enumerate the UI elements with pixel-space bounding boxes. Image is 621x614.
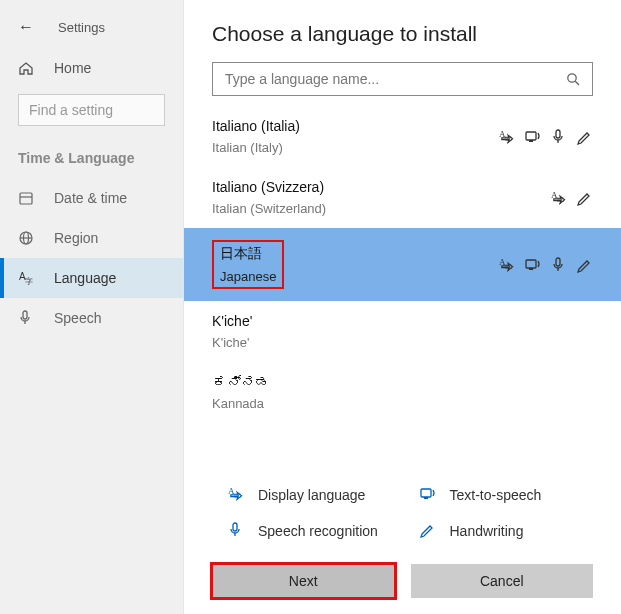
legend-label: Speech recognition xyxy=(258,523,378,539)
legend-label: Display language xyxy=(258,487,365,503)
mic-icon xyxy=(228,522,246,540)
display-icon xyxy=(551,190,567,206)
calendar-icon xyxy=(18,190,36,206)
sidebar-item-label: Language xyxy=(54,270,116,286)
language-native: ಕನ್ನಡ xyxy=(212,374,269,390)
legend-speech: Speech recognition xyxy=(228,522,400,540)
handwriting-icon xyxy=(577,190,593,206)
language-search-input[interactable] xyxy=(225,71,566,87)
language-native: Italiano (Svizzera) xyxy=(212,179,326,195)
mic-icon xyxy=(551,257,567,273)
handwriting-icon xyxy=(577,129,593,145)
language-english: Italian (Switzerland) xyxy=(212,201,326,216)
mic-icon xyxy=(551,129,567,145)
display-icon xyxy=(499,257,515,273)
page-title: Choose a language to install xyxy=(212,22,593,46)
display-icon xyxy=(499,129,515,145)
sidebar: ← Settings Home Find a setting Time & La… xyxy=(0,0,184,614)
sidebar-item-region[interactable]: Region xyxy=(0,218,183,258)
globe-icon xyxy=(18,230,36,246)
sidebar-item-language[interactable]: Language xyxy=(0,258,183,298)
language-native: K'iche' xyxy=(212,313,252,329)
language-native: 日本語 xyxy=(220,245,276,263)
feature-icons xyxy=(499,257,593,273)
main-panel: Choose a language to install Italiano (I… xyxy=(184,0,621,614)
language-native: Italiano (Italia) xyxy=(212,118,300,134)
handwriting-icon xyxy=(420,522,438,540)
feature-icons xyxy=(499,129,593,145)
legend-label: Handwriting xyxy=(450,523,524,539)
legend-display: Display language xyxy=(228,486,400,504)
language-english: Kannada xyxy=(212,396,269,411)
language-item[interactable]: K'iche' K'iche' xyxy=(184,301,621,362)
find-setting-input[interactable]: Find a setting xyxy=(18,94,165,126)
tts-icon xyxy=(525,257,541,273)
legend-tts: Text-to-speech xyxy=(420,486,592,504)
language-search-box[interactable] xyxy=(212,62,593,96)
legend-label: Text-to-speech xyxy=(450,487,542,503)
display-icon xyxy=(228,486,246,504)
language-item[interactable]: Italiano (Italia) Italian (Italy) xyxy=(184,106,621,167)
search-icon xyxy=(566,72,580,86)
sidebar-item-home[interactable]: Home xyxy=(0,42,183,90)
sidebar-item-label: Region xyxy=(54,230,98,246)
sidebar-item-date-time[interactable]: Date & time xyxy=(0,178,183,218)
sidebar-item-label: Date & time xyxy=(54,190,127,206)
tts-icon xyxy=(525,129,541,145)
mic-icon xyxy=(18,310,36,326)
feature-legend: Display language Text-to-speech Speech r… xyxy=(184,470,621,548)
dialog-buttons: Next Cancel xyxy=(184,548,621,614)
handwriting-icon xyxy=(577,257,593,273)
language-english: Italian (Italy) xyxy=(212,140,300,155)
home-label: Home xyxy=(54,60,91,76)
tts-icon xyxy=(420,486,438,504)
language-english: Japanese xyxy=(220,269,276,284)
language-english: K'iche' xyxy=(212,335,252,350)
sidebar-item-speech[interactable]: Speech xyxy=(0,298,183,338)
sidebar-item-label: Speech xyxy=(54,310,101,326)
legend-handwriting: Handwriting xyxy=(420,522,592,540)
language-item-selected[interactable]: 日本語 Japanese xyxy=(184,228,621,301)
feature-icons xyxy=(551,190,593,206)
home-icon xyxy=(18,60,36,76)
sidebar-title: Settings xyxy=(58,20,105,35)
language-item[interactable]: ಕನ್ನಡ Kannada xyxy=(184,362,621,423)
next-button[interactable]: Next xyxy=(212,564,395,598)
back-icon[interactable]: ← xyxy=(18,18,34,36)
language-icon xyxy=(18,270,36,286)
language-item[interactable]: Italiano (Svizzera) Italian (Switzerland… xyxy=(184,167,621,228)
language-list[interactable]: Italiano (Italia) Italian (Italy) Italia… xyxy=(184,106,621,470)
section-title: Time & Language xyxy=(0,144,183,178)
cancel-button[interactable]: Cancel xyxy=(411,564,594,598)
